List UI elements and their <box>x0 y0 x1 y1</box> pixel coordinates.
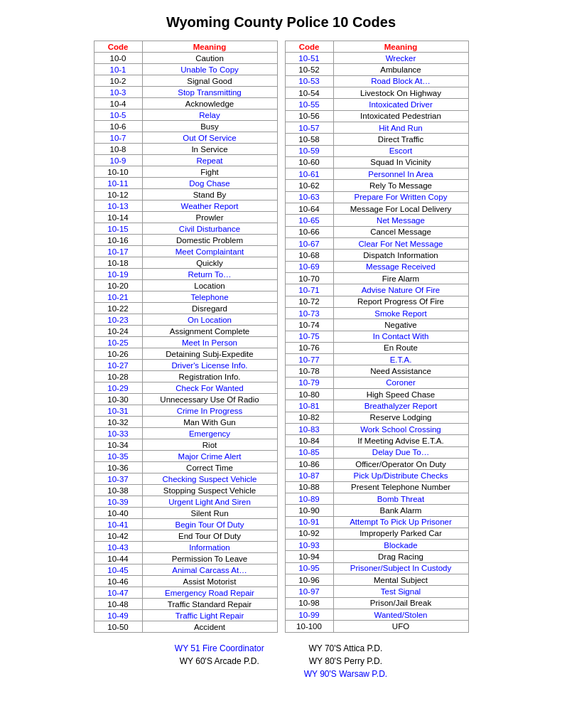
table-row: 10-29Check For Wanted <box>94 382 277 394</box>
table-row: 10-52Ambulance <box>285 64 468 75</box>
code-cell: 10-35 <box>94 451 142 462</box>
table-row: 10-73Smoke Report <box>285 307 468 318</box>
code-cell: 10-37 <box>94 473 142 485</box>
meaning-cell: Ambulance <box>333 64 468 75</box>
meaning-cell: Bomb Threat <box>333 493 468 504</box>
meaning-cell: Prisoner/Subject In Custody <box>333 562 468 574</box>
meaning-cell: Smoke Report <box>333 307 468 318</box>
table-row: 10-36Correct Time <box>94 462 277 473</box>
code-cell: 10-9 <box>94 155 142 166</box>
code-cell: 10-62 <box>285 180 333 191</box>
table-row: 10-1Unable To Copy <box>94 64 277 75</box>
code-cell: 10-44 <box>94 553 142 564</box>
code-cell: 10-30 <box>94 394 142 405</box>
table-row: 10-12Stand By <box>94 189 277 200</box>
table-row: 10-78Need Assistance <box>285 365 468 377</box>
table-row: 10-49Traffic Light Repair <box>94 610 277 621</box>
code-cell: 10-38 <box>94 485 142 496</box>
table-row: 10-31Crime In Progress <box>94 405 277 417</box>
table-row: 10-70Fire Alarm <box>285 272 468 284</box>
meaning-cell: Bank Alarm <box>333 505 468 516</box>
meaning-cell: Emergency Road Repair <box>142 587 277 599</box>
code-cell: 10-68 <box>285 250 333 261</box>
meaning-cell: Unnecessary Use Of Radio <box>142 394 277 405</box>
left-code-header: Code <box>94 41 142 53</box>
meaning-cell: Signal Good <box>142 75 277 87</box>
table-row: 10-75In Contact With <box>285 331 468 342</box>
code-cell: 10-1 <box>94 64 142 75</box>
code-cell: 10-73 <box>285 307 333 318</box>
table-row: 10-22Disregard <box>94 303 277 314</box>
code-cell: 10-81 <box>285 400 333 412</box>
table-row: 10-20Location <box>94 280 277 291</box>
code-cell: 10-29 <box>94 382 142 394</box>
table-row: 10-53Road Block At… <box>285 75 468 87</box>
table-row: 10-71Advise Nature Of Fire <box>285 284 468 296</box>
code-cell: 10-27 <box>94 360 142 371</box>
table-row: 10-48Traffic Standard Repair <box>94 599 277 610</box>
code-cell: 10-8 <box>94 144 142 155</box>
right-meaning-header: Meaning <box>333 41 468 53</box>
table-row: 10-55Intoxicated Driver <box>285 99 468 110</box>
tables-wrapper: CodeMeaning 10-0Caution10-1Unable To Cop… <box>21 41 541 633</box>
code-cell: 10-5 <box>94 109 142 121</box>
meaning-cell: Message For Local Delivery <box>333 203 468 215</box>
code-cell: 10-99 <box>285 609 333 621</box>
code-cell: 10-72 <box>285 296 333 307</box>
meaning-cell: Personnel In Area <box>333 168 468 180</box>
table-row: 10-11Dog Chase <box>94 178 277 189</box>
code-cell: 10-60 <box>285 156 333 168</box>
footer-cell: WY 51 Fire Coordinator <box>169 643 270 654</box>
code-cell: 10-89 <box>285 493 333 504</box>
code-cell: 10-77 <box>285 354 333 365</box>
meaning-cell: Message Received <box>333 261 468 272</box>
footer-row: WY 51 Fire CoordinatorWY 70'S Attica P.D… <box>169 643 393 654</box>
code-cell: 10-95 <box>285 562 333 574</box>
table-row: 10-77E.T.A. <box>285 354 468 365</box>
table-row: 10-37Checking Suspect Vehicle <box>94 473 277 485</box>
meaning-cell: Road Block At… <box>333 75 468 87</box>
table-row: 10-96Mental Subject <box>285 574 468 586</box>
table-row: 10-38Stopping Suspect Vehicle <box>94 485 277 496</box>
code-cell: 10-26 <box>94 348 142 360</box>
code-cell: 10-96 <box>285 574 333 586</box>
code-cell: 10-12 <box>94 189 142 200</box>
footer-row: WY 60'S Arcade P.D.WY 80'S Perry P.D. <box>169 655 393 667</box>
meaning-cell: Return To… <box>142 269 277 280</box>
right-table: CodeMeaning 10-51Wrecker10-52Ambulance10… <box>285 41 469 633</box>
meaning-cell: Work School Crossing <box>333 424 468 435</box>
footer-cell: WY 90'S Warsaw P.D. <box>298 668 393 680</box>
meaning-cell: In Service <box>142 144 277 155</box>
meaning-cell: Reserve Lodging <box>333 412 468 423</box>
code-cell: 10-31 <box>94 405 142 417</box>
table-row: 10-93Blockade <box>285 540 468 551</box>
meaning-cell: Accident <box>142 621 277 633</box>
code-cell: 10-28 <box>94 371 142 382</box>
code-cell: 10-93 <box>285 540 333 551</box>
meaning-cell: Domestic Problem <box>142 235 277 246</box>
meaning-cell: Drag Racing <box>333 551 468 562</box>
meaning-cell: Fight <box>142 166 277 178</box>
meaning-cell: Intoxicated Driver <box>333 99 468 110</box>
table-row: 10-9Repeat <box>94 155 277 166</box>
code-cell: 10-14 <box>94 212 142 223</box>
code-cell: 10-78 <box>285 365 333 377</box>
code-cell: 10-46 <box>94 576 142 587</box>
code-cell: 10-100 <box>285 621 333 633</box>
code-cell: 10-45 <box>94 564 142 576</box>
meaning-cell: Out Of Service <box>142 132 277 144</box>
table-row: 10-18Quickly <box>94 257 277 269</box>
meaning-cell: Checking Suspect Vehicle <box>142 473 277 485</box>
meaning-cell: Meet In Person <box>142 337 277 348</box>
meaning-cell: Busy <box>142 121 277 132</box>
footer-label: WY 80'S <box>309 656 344 666</box>
code-cell: 10-32 <box>94 417 142 428</box>
code-cell: 10-64 <box>285 203 333 215</box>
meaning-cell: Prepare For Written Copy <box>333 191 468 203</box>
table-row: 10-64Message For Local Delivery <box>285 203 468 215</box>
table-row: 10-91Attempt To Pick Up Prisoner <box>285 516 468 528</box>
meaning-cell: Crime In Progress <box>142 405 277 417</box>
meaning-cell: Unable To Copy <box>142 64 277 75</box>
code-cell: 10-67 <box>285 238 333 250</box>
table-row: 10-40Silent Run <box>94 508 277 519</box>
